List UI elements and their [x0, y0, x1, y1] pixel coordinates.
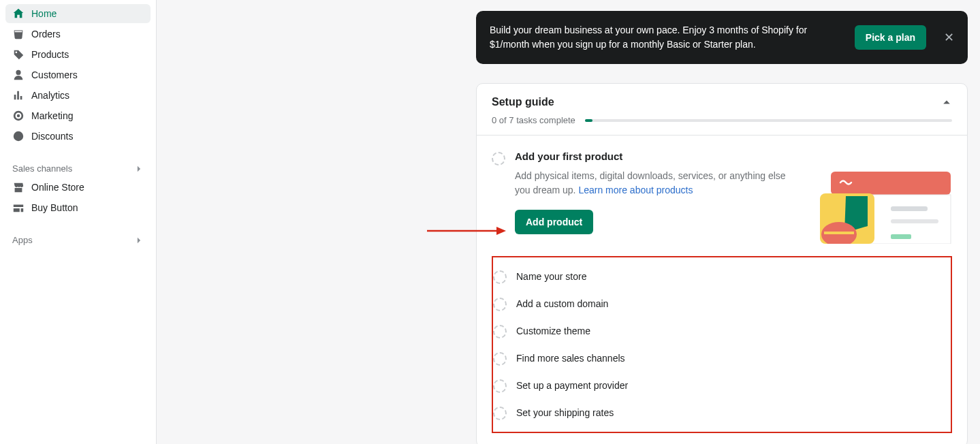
task-label: Name your store	[516, 271, 586, 282]
setup-task-custom-domain[interactable]: Add a custom domain	[493, 290, 947, 317]
svg-rect-0	[831, 172, 951, 195]
products-icon	[12, 48, 25, 61]
marketing-icon	[12, 110, 25, 122]
sidebar-item-label: Buy Button	[31, 202, 78, 213]
sidebar-item-label: Online Store	[31, 182, 84, 193]
home-icon	[12, 7, 25, 20]
buy-button-icon	[12, 202, 25, 214]
sidebar-item-label: Customers	[31, 69, 78, 80]
apps-label: Apps	[12, 235, 33, 245]
svg-rect-2	[891, 206, 928, 211]
task-checkbox-icon[interactable]	[493, 298, 507, 311]
sidebar-item-label: Orders	[31, 29, 61, 39]
annotation-highlight-box: Name your store Add a custom domain Cust…	[492, 256, 952, 433]
task-checkbox-icon[interactable]	[493, 379, 507, 393]
task-illustration	[816, 169, 952, 244]
sidebar-item-analytics[interactable]: Analytics	[5, 86, 151, 105]
task-title: Add your first product	[515, 150, 952, 162]
sidebar-item-discounts[interactable]: Discounts	[5, 127, 151, 146]
task-checkbox-icon[interactable]	[493, 352, 507, 366]
discounts-icon	[12, 130, 25, 142]
setup-task-customize-theme[interactable]: Customize theme	[493, 317, 947, 345]
chevron-right-icon	[134, 236, 144, 245]
sidebar-item-online-store[interactable]: Online Store	[5, 178, 151, 197]
task-checkbox-icon[interactable]	[493, 270, 507, 284]
task-label: Set up a payment provider	[516, 380, 628, 391]
setup-guide-title: Setup guide	[492, 96, 554, 108]
sidebar-item-customers[interactable]: Customers	[5, 65, 151, 84]
close-icon[interactable]: ✕	[944, 31, 954, 44]
task-label: Set your shipping rates	[516, 407, 614, 418]
sidebar-item-marketing[interactable]: Marketing	[5, 106, 151, 125]
setup-task-add-first-product[interactable]: Add your first product Add physical item…	[492, 146, 952, 256]
setup-task-shipping-rates[interactable]: Set your shipping rates	[493, 399, 947, 426]
store-icon	[12, 181, 25, 193]
setup-task-payment-provider[interactable]: Set up a payment provider	[493, 372, 947, 399]
pick-a-plan-button[interactable]: Pick a plan	[855, 25, 926, 50]
task-checkbox-icon[interactable]	[493, 407, 507, 420]
task-checkbox-icon[interactable]	[493, 325, 507, 338]
setup-guide-card: Setup guide 0 of 7 tasks complete	[476, 83, 968, 444]
task-label: Find more sales channels	[516, 353, 625, 364]
setup-progress-bar	[585, 119, 952, 122]
chevron-up-icon[interactable]	[941, 97, 952, 108]
customers-icon	[12, 69, 25, 81]
sidebar-item-label: Discounts	[31, 131, 73, 142]
apps-header[interactable]: Apps	[5, 231, 151, 249]
sidebar-item-label: Analytics	[31, 90, 69, 101]
sidebar-item-products[interactable]: Products	[5, 45, 151, 64]
task-description: Add physical items, digital downloads, s…	[515, 169, 802, 197]
sidebar-item-buy-button[interactable]: Buy Button	[5, 198, 151, 217]
svg-rect-7	[824, 232, 854, 234]
setup-task-name-store[interactable]: Name your store	[493, 263, 947, 290]
sidebar-item-home[interactable]: Home	[5, 4, 151, 23]
orders-icon	[12, 28, 25, 40]
sidebar-item-label: Marketing	[31, 110, 73, 121]
task-label: Add a custom domain	[516, 298, 608, 309]
chevron-right-icon	[134, 164, 144, 174]
learn-more-link[interactable]: Learn more about products	[578, 185, 693, 195]
analytics-icon	[12, 89, 25, 101]
sidebar: Home Orders Products Customers Analytics…	[0, 0, 157, 444]
setup-progress-text: 0 of 7 tasks complete	[492, 115, 575, 125]
add-product-button[interactable]: Add product	[515, 210, 593, 234]
sidebar-item-label: Home	[31, 8, 57, 19]
svg-rect-3	[891, 219, 938, 223]
main-area: Build your dream business at your own pa…	[157, 0, 980, 444]
task-checkbox-icon[interactable]	[492, 152, 505, 165]
sales-channels-label: Sales channels	[12, 163, 72, 174]
sidebar-item-orders[interactable]: Orders	[5, 25, 151, 44]
sales-channels-header[interactable]: Sales channels	[5, 159, 151, 178]
banner-text: Build your dream business at your own pa…	[490, 23, 841, 52]
svg-rect-4	[891, 234, 911, 239]
task-label: Customize theme	[516, 326, 590, 336]
promo-banner: Build your dream business at your own pa…	[476, 11, 968, 64]
setup-task-sales-channels[interactable]: Find more sales channels	[493, 345, 947, 372]
sidebar-item-label: Products	[31, 49, 69, 60]
